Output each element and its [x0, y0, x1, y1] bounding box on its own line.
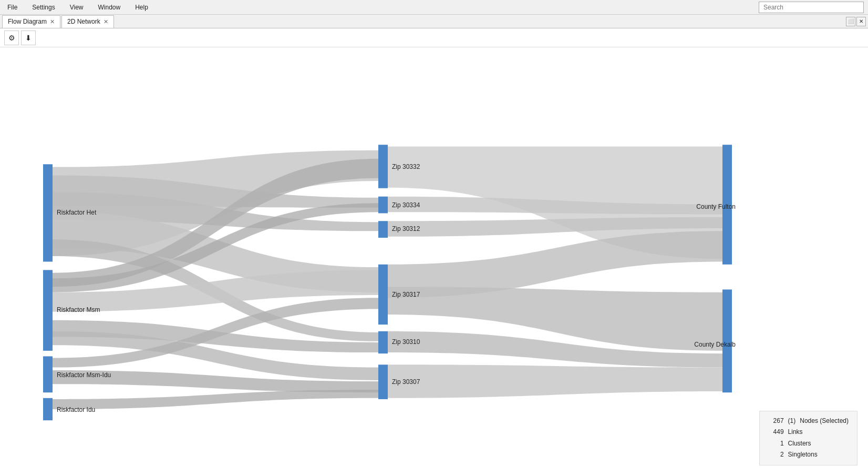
label-zip-30332: Zip 30332 [392, 163, 420, 170]
node-zip-30332[interactable] [378, 145, 388, 188]
sankey-diagram: Riskfactor Het Riskfactor Msm Riskfactor… [0, 47, 868, 476]
node-zip-30317[interactable] [378, 265, 388, 325]
flow-30307-dekalb [388, 364, 722, 398]
stats-links-count: 449 [768, 427, 784, 438]
stats-nodes-row: 267 (1) Nodes (Selected) [768, 416, 849, 427]
label-zip-30312: Zip 30312 [392, 225, 420, 232]
settings-button[interactable]: ⚙ [4, 31, 19, 45]
label-riskfactor-msm-idu: Riskfactor Msm-Idu [57, 371, 111, 378]
stats-clusters-count: 1 [768, 438, 784, 450]
window-controls: ⬜ ✕ [846, 17, 868, 26]
label-county-dekalb: County Dekalb [694, 341, 736, 348]
menu-window[interactable]: Window [95, 2, 124, 13]
node-zip-30310[interactable] [378, 331, 388, 353]
tab-2d-network-label: 2D Network [67, 18, 100, 25]
stats-clusters-label: Clusters [788, 438, 811, 450]
tab-flow-diagram-label: Flow Diagram [8, 18, 47, 25]
node-riskfactor-msm[interactable] [43, 270, 53, 350]
menu-file[interactable]: File [4, 2, 20, 13]
node-riskfactor-idu[interactable] [43, 398, 53, 420]
stats-nodes-selected: (1) [788, 416, 796, 427]
label-county-fulton: County Fulton [696, 203, 736, 210]
stats-clusters-row: 1 Clusters [768, 438, 849, 450]
toolbar: ⚙ ⬇ [0, 28, 868, 47]
export-icon: ⬇ [25, 34, 32, 42]
app-window: File Settings View Window Help Flow Diag… [0, 0, 868, 476]
tab-bar: Flow Diagram ✕ 2D Network ✕ ⬜ ✕ [0, 15, 868, 28]
tab-flow-diagram[interactable]: Flow Diagram ✕ [2, 15, 60, 28]
stats-singletons-row: 2 Singletons [768, 449, 849, 461]
stats-singletons-label: Singletons [788, 449, 818, 461]
label-zip-30317: Zip 30317 [392, 291, 420, 298]
stats-nodes-label: Nodes (Selected) [800, 416, 849, 427]
stats-links-label: Links [788, 427, 803, 438]
label-zip-30307: Zip 30307 [392, 378, 420, 386]
node-riskfactor-het[interactable] [43, 164, 53, 261]
menu-bar: File Settings View Window Help [0, 0, 868, 15]
search-input[interactable] [759, 2, 864, 13]
node-zip-30334[interactable] [378, 197, 388, 214]
tab-2d-network[interactable]: 2D Network ✕ [61, 15, 114, 28]
stats-panel: 267 (1) Nodes (Selected) 449 Links 1 Clu… [759, 411, 857, 465]
window-restore-button[interactable]: ⬜ [846, 17, 855, 26]
main-content: Riskfactor Het Riskfactor Msm Riskfactor… [0, 47, 868, 476]
label-riskfactor-idu: Riskfactor Idu [57, 406, 95, 413]
node-zip-30307[interactable] [378, 364, 388, 399]
stats-singletons-count: 2 [768, 449, 784, 461]
flow-idu-30307 [53, 390, 378, 409]
menu-settings[interactable]: Settings [29, 2, 58, 13]
node-riskfactor-msm-idu[interactable] [43, 356, 53, 392]
tab-2d-network-close[interactable]: ✕ [104, 19, 108, 25]
label-riskfactor-het: Riskfactor Het [57, 208, 97, 216]
tab-flow-diagram-close[interactable]: ✕ [50, 19, 55, 25]
label-zip-30334: Zip 30334 [392, 201, 420, 208]
settings-icon: ⚙ [8, 34, 15, 42]
label-riskfactor-msm: Riskfactor Msm [57, 306, 100, 313]
menu-help[interactable]: Help [132, 2, 151, 13]
window-close-button[interactable]: ✕ [856, 17, 866, 26]
stats-links-row: 449 Links [768, 427, 849, 438]
node-zip-30312[interactable] [378, 221, 388, 238]
stats-nodes-count: 267 [768, 416, 784, 427]
export-button[interactable]: ⬇ [21, 31, 36, 45]
label-zip-30310: Zip 30310 [392, 338, 420, 346]
search-container [759, 2, 864, 13]
menu-view[interactable]: View [67, 2, 87, 13]
